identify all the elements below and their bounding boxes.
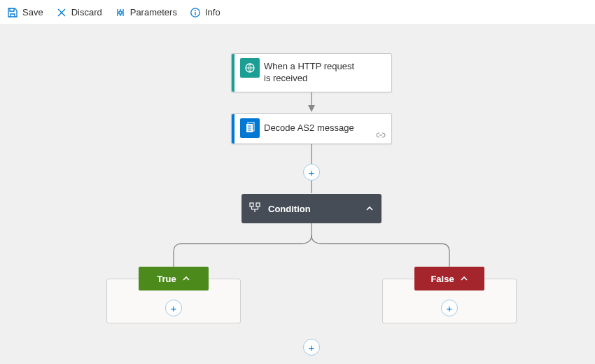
discard-button[interactable]: Discard [56,7,102,18]
chevron-up-icon [182,274,190,283]
svg-marker-4 [308,105,315,112]
false-label: False [430,274,454,284]
parameters-label: Parameters [130,7,177,18]
document-icon [240,118,260,138]
svg-rect-14 [250,203,253,206]
info-label: Info [205,7,220,18]
plus-icon: + [309,342,315,353]
true-label: True [157,274,176,284]
false-branch-header[interactable]: False [414,267,484,290]
add-step-button[interactable]: + [303,164,320,181]
info-icon [190,7,201,18]
svg-rect-15 [256,203,260,206]
svg-point-0 [119,10,122,13]
toolbar: Save Discard Parameters Info [0,0,595,25]
save-button[interactable]: Save [7,7,43,18]
plus-icon: + [309,167,315,178]
add-step-after-condition-button[interactable]: + [303,339,320,356]
discard-label: Discard [71,7,102,18]
true-branch-header[interactable]: True [139,267,209,290]
accent-bar [232,54,234,92]
condition-icon [248,202,261,216]
save-icon [7,7,18,18]
svg-point-2 [195,10,196,11]
accent-bar [232,114,234,144]
link-icon [376,130,386,141]
add-step-true-button[interactable]: + [165,300,182,316]
save-label: Save [22,7,43,18]
http-trigger-icon [240,58,260,78]
trigger-node[interactable]: When a HTTP request is received [231,53,392,92]
add-step-false-button[interactable]: + [441,300,458,316]
condition-label: Condition [268,204,358,214]
decode-node[interactable]: Decode AS2 message [231,113,392,144]
info-button[interactable]: Info [190,7,220,18]
plus-icon: + [171,303,177,314]
parameters-icon [115,7,126,18]
chevron-up-icon[interactable] [365,204,374,214]
designer-canvas[interactable]: When a HTTP request is received Decode A… [0,25,595,364]
parameters-button[interactable]: Parameters [115,7,177,18]
chevron-up-icon [460,274,468,283]
condition-node[interactable]: Condition [241,194,382,223]
plus-icon: + [447,303,453,314]
close-icon [56,7,67,18]
trigger-label: When a HTTP request is received [264,54,369,92]
decode-label: Decode AS2 message [264,114,361,143]
